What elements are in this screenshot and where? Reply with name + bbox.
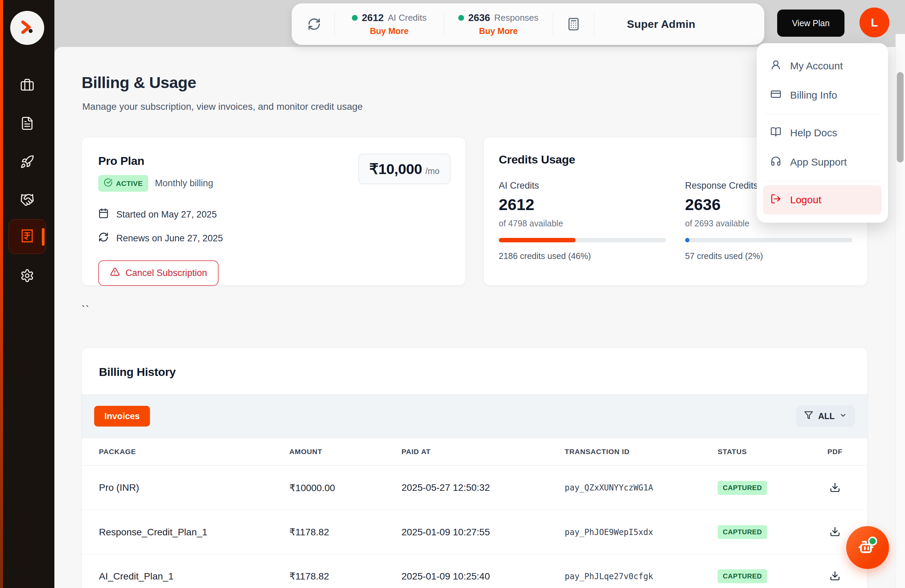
funnel-icon: [804, 410, 813, 422]
status-badge-label: ACTIVE: [116, 179, 143, 188]
ai-credits-column: AI Credits 2612 of 4798 available 2186 c…: [499, 181, 666, 261]
status-filter-dropdown[interactable]: ALL: [796, 406, 855, 427]
menu-item-label: Logout: [790, 194, 821, 206]
divider: [335, 12, 335, 36]
book-open-icon: [770, 127, 781, 140]
chevron-down-icon: [839, 411, 847, 421]
ai-credits-group: 2612 AI Credits Buy More: [348, 12, 430, 36]
buy-more-ai-credits-link[interactable]: Buy More: [370, 26, 409, 36]
sidebar-item-settings[interactable]: [0, 266, 54, 287]
page-subtitle: Manage your subscription, view invoices,…: [82, 101, 363, 112]
table-row: Response_Credit_Plan_1 ₹1178.82 2025-01-…: [82, 510, 867, 554]
status-badge-captured: CAPTURED: [718, 525, 767, 539]
refresh-icon[interactable]: [307, 17, 321, 31]
handshake-icon: [20, 193, 34, 208]
plan-price-period: /mo: [425, 166, 440, 176]
cell-package: Response_Credit_Plan_1: [99, 527, 289, 538]
download-pdf-button[interactable]: [828, 525, 842, 539]
plan-price-box: ₹10,000 /mo: [358, 154, 451, 184]
robot-icon: [854, 534, 881, 561]
user-dropdown-menu: My Account Billing Info Help Docs: [757, 43, 888, 223]
ai-credits-col-label: AI Credits: [499, 181, 666, 191]
menu-item-label: My Account: [790, 60, 843, 72]
calculator-icon[interactable]: [567, 17, 580, 31]
ai-credits-value: 2612: [362, 12, 384, 24]
warning-triangle-icon: [110, 267, 120, 279]
menu-item-label: App Support: [790, 156, 847, 168]
menu-item-logout[interactable]: Logout: [763, 185, 882, 214]
menu-item-help-docs[interactable]: Help Docs: [763, 118, 882, 147]
menu-item-my-account[interactable]: My Account: [763, 51, 882, 81]
scrollbar-track[interactable]: [895, 34, 905, 588]
scrollbar-thumb[interactable]: [897, 72, 903, 162]
cell-paid-at: 2025-01-09 10:27:55: [402, 527, 565, 538]
status-badge-captured: CAPTURED: [718, 569, 767, 583]
top-bar: 2612 AI Credits Buy More 2636 Responses …: [292, 3, 764, 45]
cell-transaction-id: pay_PhJLqe27v0cfgk: [565, 572, 718, 581]
divider: [553, 12, 553, 36]
app-logo[interactable]: [10, 11, 44, 45]
gear-icon: [20, 268, 34, 284]
plan-start-row: Started on May 27, 2025: [98, 208, 449, 221]
download-pdf-button[interactable]: [828, 480, 842, 495]
col-header-paid-at: PAID AT: [402, 448, 565, 456]
plan-price: ₹10,000: [369, 160, 422, 178]
green-dot-icon: [352, 15, 358, 21]
ai-credits-col-value: 2612: [499, 195, 666, 214]
page-title: Billing & Usage: [82, 73, 196, 92]
col-header-amount: AMOUNT: [289, 448, 402, 456]
divider: [594, 12, 594, 36]
sidebar-item-workspace[interactable]: [0, 76, 54, 96]
billing-history-title: Billing History: [99, 365, 850, 379]
cell-amount: ₹1178.82: [289, 571, 402, 582]
cell-amount: ₹1178.82: [289, 526, 402, 538]
menu-item-app-support[interactable]: App Support: [763, 147, 882, 177]
menu-divider: [764, 181, 881, 181]
sidebar-item-documents[interactable]: [0, 114, 54, 134]
billing-cycle-label: Monthly billing: [155, 178, 213, 189]
active-indicator-bar: [42, 228, 44, 246]
cell-transaction-id: pay_PhJOE9WepI5xdx: [565, 528, 718, 537]
sidebar: [0, 0, 54, 588]
user-avatar[interactable]: L: [859, 8, 889, 37]
sidebar-item-launch[interactable]: [0, 152, 54, 173]
col-header-package: PACKAGE: [99, 448, 289, 456]
menu-item-billing-info[interactable]: Billing Info: [763, 81, 882, 110]
col-header-status: STATUS: [718, 448, 820, 456]
col-header-transaction-id: TRANSACTION ID: [565, 448, 718, 456]
user-icon: [770, 59, 781, 73]
download-pdf-button[interactable]: [828, 569, 842, 583]
check-circle-icon: [104, 178, 113, 189]
status-filter-value: ALL: [818, 411, 835, 421]
plan-start-date: Started on May 27, 2025: [116, 209, 217, 220]
renew-refresh-icon: [98, 232, 109, 245]
table-row: AI_Credit_Plan_1 ₹1178.82 2025-01-09 10:…: [82, 554, 867, 588]
response-credits-progress-fill: [685, 238, 689, 242]
ai-credits-available: of 4798 available: [499, 219, 666, 228]
briefcase-icon: [20, 78, 34, 94]
chatbot-fab-button[interactable]: [846, 526, 889, 569]
cell-transaction-id: pay_QZxXUNYYczWG1A: [565, 483, 718, 493]
chevron-logo-icon: [17, 17, 37, 38]
cell-package: AI_Credit_Plan_1: [99, 571, 289, 582]
response-credits-progress-track: [685, 238, 852, 242]
invoices-tab-button[interactable]: Invoices: [94, 406, 150, 426]
table-row: Pro (INR) ₹10000.00 2025-05-27 12:50:32 …: [82, 466, 867, 510]
cancel-subscription-button[interactable]: Cancel Subscription: [98, 260, 219, 286]
cell-paid-at: 2025-05-27 12:50:32: [402, 482, 565, 493]
menu-item-label: Help Docs: [790, 127, 837, 139]
app-screen: 2612 AI Credits Buy More 2636 Responses …: [0, 0, 905, 588]
responses-group: 2636 Responses Buy More: [457, 12, 539, 36]
view-plan-button[interactable]: View Plan: [777, 10, 845, 37]
col-header-pdf: PDF: [820, 448, 850, 456]
billing-history-card: Billing History Invoices ALL PACKAGE: [82, 347, 868, 588]
buy-more-responses-link[interactable]: Buy More: [479, 26, 518, 36]
cell-amount: ₹10000.00: [289, 482, 402, 493]
ai-credits-progress-track: [499, 238, 666, 242]
download-icon: [830, 533, 840, 538]
sidebar-item-billing-active[interactable]: [8, 219, 46, 254]
cancel-subscription-label: Cancel Subscription: [125, 268, 207, 278]
download-icon: [830, 489, 840, 494]
divider: [444, 12, 444, 36]
sidebar-item-partners[interactable]: [0, 190, 54, 211]
